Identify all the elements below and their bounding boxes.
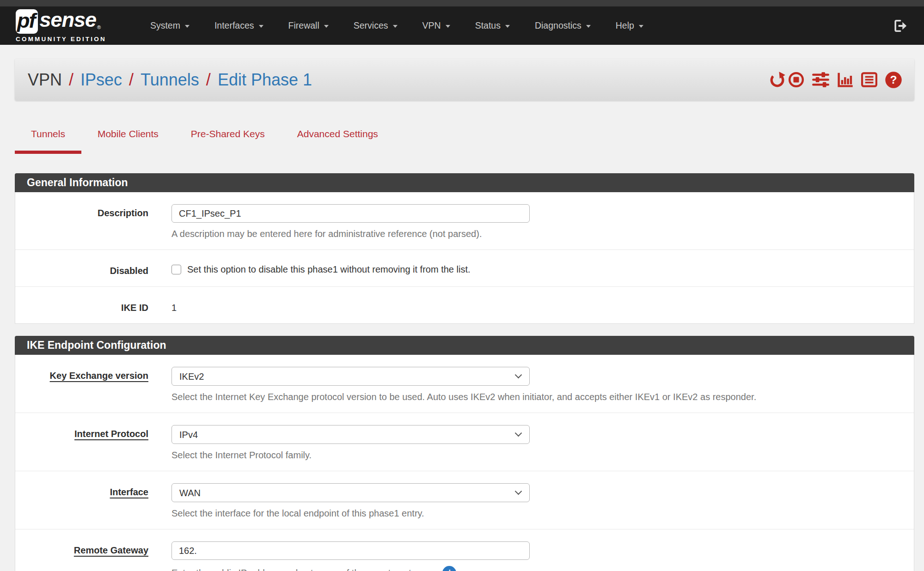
logo-pf-mark: pf	[16, 9, 38, 34]
disabled-checkbox-label: Set this option to disable this phase1 w…	[187, 264, 471, 275]
main-menu: System Interfaces Firewall Services VPN …	[138, 6, 656, 45]
menu-item-services[interactable]: Services	[341, 6, 410, 45]
status-graph-button[interactable]	[837, 71, 854, 88]
info-icon: i	[442, 566, 456, 571]
refresh-icon	[769, 71, 786, 88]
chevron-down-icon	[505, 25, 510, 28]
internet-protocol-label: Internet Protocol	[15, 425, 168, 439]
general-information-section: General Information Description A descri…	[15, 173, 914, 324]
menu-item-firewall[interactable]: Firewall	[276, 6, 341, 45]
menu-item-help[interactable]: Help	[603, 6, 656, 45]
chevron-down-icon	[259, 25, 263, 28]
stop-button[interactable]	[788, 71, 805, 88]
breadcrumb: VPN / IPsec / Tunnels / Edit Phase 1	[28, 70, 312, 90]
menu-item-status[interactable]: Status	[463, 6, 522, 45]
section-title-general-information: General Information	[15, 173, 914, 192]
key-exchange-version-help-text: Select the Internet Key Exchange protoco…	[171, 392, 914, 402]
ike-endpoint-configuration-section: IKE Endpoint Configuration Key Exchange …	[15, 336, 914, 571]
log-button[interactable]	[861, 71, 878, 88]
filter-settings-button[interactable]	[812, 71, 830, 88]
remote-gateway-label: Remote Gateway	[15, 541, 168, 556]
top-strip	[0, 0, 924, 6]
page-header-bar: VPN / IPsec / Tunnels / Edit Phase 1	[15, 59, 914, 101]
menu-label: Status	[475, 20, 501, 31]
interface-help-text: Select the interface for the local endpo…	[171, 508, 914, 519]
pfsense-logo[interactable]: pf sense ® COMMUNITY EDITION	[16, 9, 106, 43]
tab-advanced-settings[interactable]: Advanced Settings	[281, 128, 394, 154]
bar-chart-icon	[837, 71, 854, 88]
menu-label: Firewall	[288, 20, 319, 31]
section-title-ike-endpoint-configuration: IKE Endpoint Configuration	[15, 336, 914, 355]
breadcrumb-link-ipsec[interactable]: IPsec	[80, 70, 122, 90]
menu-item-interfaces[interactable]: Interfaces	[202, 6, 276, 45]
remote-gateway-help-text: Enter the public IP address or host name…	[171, 568, 435, 571]
key-exchange-version-label: Key Exchange version	[15, 367, 168, 381]
chevron-down-icon	[324, 25, 329, 28]
menu-label: Help	[616, 20, 634, 31]
tab-pre-shared-keys[interactable]: Pre-Shared Keys	[175, 128, 281, 154]
description-input[interactable]	[171, 204, 530, 223]
key-exchange-version-row: Key Exchange version IKEv2 Select the In…	[15, 355, 914, 413]
interface-row: Interface WAN Select the interface for t…	[15, 471, 914, 529]
page-action-icons: ?	[769, 71, 902, 89]
stop-icon	[788, 71, 805, 88]
logo-sense-text: sense	[39, 9, 96, 30]
disabled-checkbox[interactable]	[171, 265, 181, 274]
sign-out-icon	[892, 18, 908, 33]
disabled-row: Disabled Set this option to disable this…	[15, 249, 914, 286]
menu-label: Diagnostics	[535, 20, 581, 31]
ike-id-label: IKE ID	[15, 299, 168, 313]
tab-tunnels[interactable]: Tunnels	[15, 128, 81, 154]
remote-gateway-row: Remote Gateway Enter the public IP addre…	[15, 529, 914, 571]
remote-gateway-input[interactable]	[171, 541, 530, 560]
ike-id-row: IKE ID 1	[15, 286, 914, 323]
chevron-down-icon	[185, 25, 190, 28]
menu-item-vpn[interactable]: VPN	[410, 6, 463, 45]
interface-label: Interface	[15, 483, 168, 498]
menu-label: Services	[354, 20, 388, 31]
breadcrumb-section: VPN	[28, 70, 62, 90]
svg-text:?: ?	[890, 73, 897, 86]
tab-mobile-clients[interactable]: Mobile Clients	[81, 128, 175, 154]
chevron-down-icon	[586, 25, 591, 28]
disabled-label: Disabled	[15, 262, 168, 276]
internet-protocol-select[interactable]: IPv4	[171, 425, 530, 444]
help-icon: ?	[885, 71, 902, 89]
breadcrumb-separator: /	[206, 70, 211, 90]
breadcrumb-separator: /	[69, 70, 73, 90]
breadcrumb-link-tunnels[interactable]: Tunnels	[141, 70, 199, 90]
ike-id-value: 1	[171, 299, 914, 313]
menu-label: System	[150, 20, 180, 31]
menu-label: Interfaces	[214, 20, 254, 31]
refresh-button[interactable]	[769, 71, 786, 88]
description-help-text: A description may be entered here for ad…	[171, 229, 914, 239]
menu-item-diagnostics[interactable]: Diagnostics	[522, 6, 603, 45]
logo-registered-mark: ®	[97, 25, 101, 30]
chevron-down-icon	[639, 25, 643, 28]
sign-out-button[interactable]	[892, 18, 908, 33]
chevron-down-icon	[393, 25, 398, 28]
internet-protocol-help-text: Select the Internet Protocol family.	[171, 450, 914, 461]
internet-protocol-row: Internet Protocol IPv4 Select the Intern…	[15, 413, 914, 471]
breadcrumb-link-edit-phase-1[interactable]: Edit Phase 1	[218, 70, 312, 90]
description-row: Description A description may be entered…	[15, 192, 914, 249]
logo-community-edition: COMMUNITY EDITION	[16, 36, 106, 43]
chevron-down-icon	[446, 25, 450, 28]
description-label: Description	[15, 204, 168, 219]
interface-select[interactable]: WAN	[171, 483, 530, 502]
log-list-icon	[861, 71, 878, 88]
sliders-icon	[812, 71, 830, 88]
key-exchange-version-select[interactable]: IKEv2	[171, 367, 530, 386]
breadcrumb-separator: /	[129, 70, 134, 90]
menu-label: VPN	[422, 20, 441, 31]
main-navbar: pf sense ® COMMUNITY EDITION System Inte…	[0, 6, 924, 45]
page-help-button[interactable]: ?	[885, 71, 902, 89]
subnav-tabs: Tunnels Mobile Clients Pre-Shared Keys A…	[15, 128, 924, 154]
menu-item-system[interactable]: System	[138, 6, 202, 45]
